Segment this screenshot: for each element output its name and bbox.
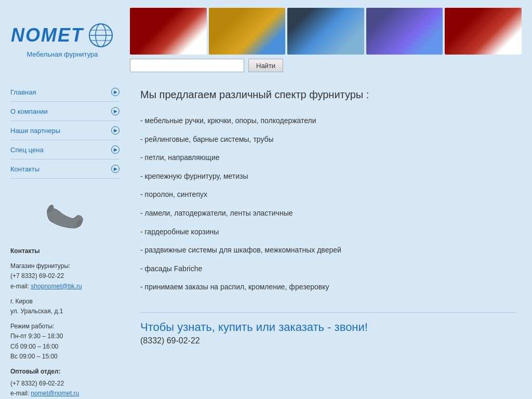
nav-label-contacts: Контакты [10,165,39,173]
address-city: г. Киров [10,297,119,307]
shop-phone: (+7 8332) 69-02-22 [10,271,119,281]
contacts-section-title: Контакты [10,247,40,255]
nav-link-home[interactable]: Главная ▶ [10,83,119,101]
shop-email-link[interactable]: shopnomet@bk.ru [31,283,82,290]
header-right: Найти [130,8,522,72]
nav-item-price[interactable]: Спец цена ▶ [10,140,119,159]
product-item-5: - ламели, латодержатели, ленты эластичны… [140,204,516,223]
nav-link-partners[interactable]: Наши партнеры ▶ [10,121,119,140]
cta-section: Чтобы узнать, купить или заказать - звон… [140,312,516,345]
cta-phone: (8332) 69-02-22 [140,336,516,345]
product-item-1: - рейлинговые, барные системы, трубы [140,130,516,149]
banner-image-5 [445,8,522,55]
hours-weekdays: Пн-пт 9:30 – 18:30 [10,331,119,341]
search-input[interactable] [130,59,244,72]
product-item-0: - мебельные ручки, крючки, опоры, полкод… [140,112,516,130]
banner-image-3 [287,8,364,55]
nav-arrow-partners: ▶ [111,126,119,135]
search-bar: Найти [130,59,522,72]
banner-image-2 [209,8,286,55]
product-item-2: - петли, направляющие [140,149,516,167]
wholesale-phone: (+7 8332) 69-02-22 [10,379,119,389]
contacts-title-block: Контакты [10,246,119,256]
page-wrapper: NOMET Мебельная фурнитура [0,0,532,399]
nav-link-about[interactable]: О компании ▶ [10,102,119,121]
product-item-8: - фасады Fabriche [140,260,516,278]
logo-subtitle: Мебельная фурнитура [26,50,98,58]
banner-images [130,8,522,55]
content-area: Мы предлагаем различный спектр фурнитуры… [130,83,522,399]
nav-arrow-home: ▶ [111,88,119,96]
wholesale-email-label: e-mail: [10,390,29,397]
nav-link-contacts[interactable]: Контакты ▶ [10,159,119,178]
main-content: Главная ▶ О компании ▶ Наши партнеры ▶ [0,77,532,399]
nav-arrow-price: ▶ [111,145,119,154]
nav-link-price[interactable]: Спец цена ▶ [10,140,119,159]
contacts-section: Контакты Магазин фурнитуры: (+7 8332) 69… [10,246,119,398]
nav-item-contacts[interactable]: Контакты ▶ [10,159,119,179]
nav-arrow-about: ▶ [111,107,119,115]
logo-name: NOMET [11,24,84,46]
nav-item-home[interactable]: Главная ▶ [10,83,119,102]
sidebar: Главная ▶ О компании ▶ Наши партнеры ▶ [10,83,119,399]
nav-item-about[interactable]: О компании ▶ [10,102,119,121]
shop-email-label: e-mail: [10,283,29,290]
shop-block: Магазин фурнитуры: (+7 8332) 69-02-22 e-… [10,261,119,291]
nav-label-partners: Наши партнеры [10,127,60,135]
address-street: ул. Уральская, д.1 [10,307,119,316]
shop-title: Магазин фурнитуры: [10,261,119,271]
nav-arrow-contacts: ▶ [111,165,119,173]
product-item-6: - гардеробные корзины [140,223,516,242]
header: NOMET Мебельная фурнитура [0,0,532,77]
nav-item-partners[interactable]: Наши партнеры ▶ [10,121,119,140]
address-block: г. Киров ул. Уральская, д.1 [10,297,119,316]
wholesale-block: Оптовый отдел: (+7 8332) 69-02-22 e-mail… [10,367,119,399]
content-title: Мы предлагаем различный спектр фурнитуры… [140,88,516,101]
wholesale-email-link[interactable]: nomet@nomet.ru [31,390,79,397]
nav-label-home: Главная [10,88,36,96]
hours-sunday: Вс 09:00 – 15:00 [10,352,119,362]
hours-saturday: Сб 09:00 – 16:00 [10,342,119,352]
hours-block: Режим работы: Пн-пт 9:30 – 18:30 Сб 09:0… [10,322,119,362]
product-item-3: - крепежную фурнитуру, метизы [140,167,516,186]
logo-area: NOMET Мебельная фурнитура [10,22,114,58]
logo-text: NOMET [11,22,114,48]
nav-menu: Главная ▶ О компании ▶ Наши партнеры ▶ [10,83,119,179]
search-button[interactable]: Найти [248,59,283,72]
cta-title: Чтобы узнать, купить или заказать - звон… [140,321,516,334]
hours-title: Режим работы: [10,322,119,331]
shop-email-line: e-mail: shopnomet@bk.ru [10,282,119,291]
nav-label-about: О компании [10,108,48,115]
nav-label-price: Спец цена [10,146,44,154]
product-list: - мебельные ручки, крючки, опоры, полкод… [140,112,516,297]
phone-icon [42,194,88,241]
globe-icon [88,22,114,48]
product-item-9: - принимаем заказы на распил, кромление,… [140,278,516,297]
banner-image-4 [366,8,443,55]
banner-image-1 [130,8,207,55]
product-item-7: - раздвижные системы для шкафов, межкомн… [140,241,516,260]
phone-decoration [10,194,119,241]
wholesale-title: Оптовый отдел: [10,367,119,377]
wholesale-email-line: e-mail: nomet@nomet.ru [10,389,119,398]
product-item-4: - поролон, синтепух [140,185,516,204]
